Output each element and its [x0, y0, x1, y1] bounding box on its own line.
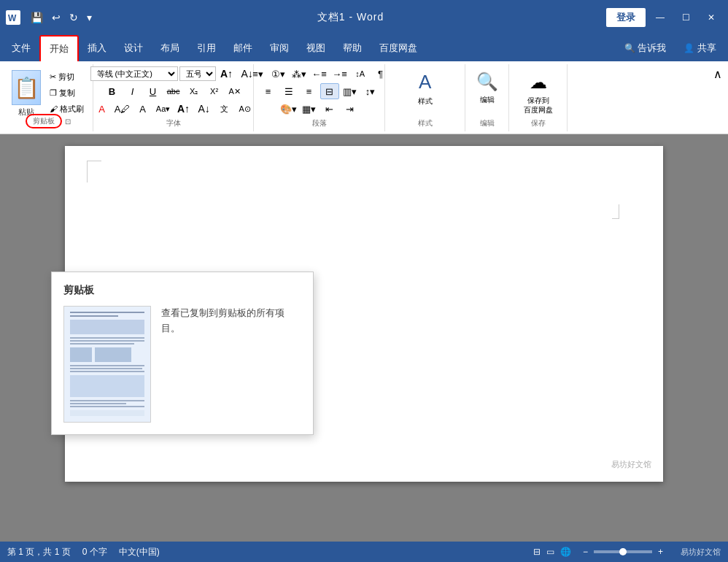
styles-group: A 样式 样式	[385, 64, 465, 131]
clipboard-expand-icon[interactable]: ⊡	[65, 118, 71, 126]
paragraph-group-label: 段落	[312, 118, 327, 128]
watermark: 易坊好文馆	[611, 459, 651, 470]
font-color-button[interactable]: A	[93, 101, 112, 117]
zoom-in-icon[interactable]: +	[658, 547, 663, 557]
watermark-brand: 易坊好文馆	[681, 547, 721, 558]
restore-button[interactable]: ☐	[675, 11, 697, 24]
paste-button[interactable]: 📋 粘贴	[9, 67, 44, 120]
close-button[interactable]: ✕	[700, 11, 722, 24]
popup-content: 查看已复制到剪贴板的所有项目。	[63, 306, 301, 423]
save-baidu-button[interactable]: ☁ 保存到百度网盘	[520, 66, 557, 120]
char-border-button[interactable]: A⊙	[236, 101, 255, 117]
numbering-button[interactable]: ①▾	[269, 66, 288, 82]
font-group: 等线 (中文正文) 五号 A↑ A↓ B I U abc X₂ X² A✕ A …	[93, 64, 254, 131]
ribbon-collapse[interactable]: ∧	[710, 64, 725, 84]
grow-font-button[interactable]: A↑	[217, 66, 236, 82]
ribbon: 📋 粘贴 ✂ 剪切 ❐ 复制 🖌 格式刷 剪贴板 ⊡ 等线 (中文正文) 五号 …	[0, 61, 728, 134]
bold-button[interactable]: B	[103, 83, 122, 99]
window-title: 文档1 - Word	[95, 11, 606, 24]
font-color2-button[interactable]: A	[133, 101, 152, 117]
font-family-select[interactable]: 等线 (中文正文)	[90, 66, 178, 81]
menu-item-insert[interactable]: 插入	[79, 35, 115, 61]
read-mode-icon[interactable]: ⊟	[533, 547, 541, 557]
decrease-indent2[interactable]: ⇤	[320, 101, 339, 117]
document-area: 易坊好文馆 剪贴板	[0, 134, 728, 542]
page-count: 第 1 页，共 1 页	[7, 546, 71, 558]
zoom-slider[interactable]	[594, 550, 652, 553]
editing-group-label: 编辑	[480, 118, 495, 128]
increase-indent-button[interactable]: →≡	[330, 66, 349, 82]
menu-item-home[interactable]: 开始	[39, 35, 79, 61]
change-case-button[interactable]: Aa▾	[154, 101, 173, 117]
menu-item-view[interactable]: 视图	[298, 35, 334, 61]
menu-item-review[interactable]: 审阅	[261, 35, 298, 61]
sort-button[interactable]: ↕A	[351, 66, 370, 82]
justify-button[interactable]: ⊟	[320, 83, 339, 99]
minimize-button[interactable]: —	[648, 11, 672, 24]
clipboard-right-buttons: ✂ 剪切 ❐ 复制 🖌 格式刷	[47, 67, 87, 116]
save-group: ☁ 保存到百度网盘 保存	[509, 64, 568, 131]
zoom-out-icon[interactable]: −	[583, 547, 588, 557]
paste-icon: 📋	[12, 70, 41, 105]
menu-item-share[interactable]: 👤 共享	[675, 35, 725, 61]
undo-button[interactable]: ↩	[49, 10, 63, 25]
title-bar-right: 登录 — ☐ ✕	[606, 8, 722, 27]
highlight-button[interactable]: A🖊	[113, 101, 132, 117]
word-icon: W	[6, 10, 20, 25]
language: 中文(中国)	[119, 546, 160, 558]
strikethrough-button[interactable]: abc	[164, 83, 183, 99]
quick-access-toolbar: 💾 ↩ ↻ ▾	[28, 10, 95, 25]
login-button[interactable]: 登录	[606, 8, 646, 27]
menu-item-mailings[interactable]: 邮件	[225, 35, 261, 61]
menu-item-layout[interactable]: 布局	[152, 35, 188, 61]
menu-item-tell-me[interactable]: 🔍 告诉我	[616, 35, 675, 61]
font-size-select[interactable]: 五号	[179, 66, 216, 81]
save-group-label: 保存	[531, 118, 546, 128]
shading-button[interactable]: 🎨▾	[279, 101, 298, 117]
increase-indent2[interactable]: ⇥	[341, 101, 360, 117]
font-size-down2[interactable]: A↓	[195, 101, 214, 117]
clipboard-label[interactable]: 剪贴板	[26, 114, 62, 128]
align-left-button[interactable]: ≡	[259, 83, 278, 99]
styles-button[interactable]: A 样式	[407, 66, 444, 111]
word-count: 0 个字	[82, 546, 107, 558]
font-size-up2[interactable]: A↑	[174, 101, 193, 117]
menu-item-references[interactable]: 引用	[188, 35, 225, 61]
save-qat-button[interactable]: 💾	[28, 10, 46, 25]
phonetic-button[interactable]: 文	[215, 101, 234, 117]
clipboard-popup: 剪贴板	[51, 272, 314, 435]
print-layout-icon[interactable]: ▭	[546, 547, 554, 557]
redo-button[interactable]: ↻	[66, 10, 81, 25]
border-button[interactable]: ▦▾	[300, 101, 319, 117]
para-row-1: ≡▾ ①▾ ⁂▾ ←≡ →≡ ↕A ¶	[249, 66, 390, 82]
align-right-button[interactable]: ≡	[300, 83, 319, 99]
paragraph-group: ≡▾ ①▾ ⁂▾ ←≡ →≡ ↕A ¶ ≡ ☰ ≡ ⊟ ▥▾ ↕▾ 🎨▾ ▦▾ …	[254, 64, 385, 131]
editing-button[interactable]: 🔍 编辑	[469, 66, 506, 111]
qat-dropdown[interactable]: ▾	[84, 10, 95, 25]
column-button[interactable]: ▥▾	[341, 83, 360, 99]
clear-format-button[interactable]: A✕	[225, 83, 244, 99]
bullets-button[interactable]: ≡▾	[249, 66, 268, 82]
menu-item-baidu[interactable]: 百度网盘	[371, 35, 426, 61]
menu-item-design[interactable]: 设计	[115, 35, 152, 61]
menu-item-file[interactable]: 文件	[3, 35, 39, 61]
styles-group-label: 样式	[418, 118, 433, 128]
clipboard-group: 📋 粘贴 ✂ 剪切 ❐ 复制 🖌 格式刷 剪贴板 ⊡	[3, 64, 93, 131]
copy-button[interactable]: ❐ 复制	[47, 86, 87, 100]
menu-item-help[interactable]: 帮助	[334, 35, 371, 61]
multilevel-button[interactable]: ⁂▾	[290, 66, 309, 82]
status-bar: 第 1 页，共 1 页 0 个字 中文(中国) ⊟ ▭ 🌐 − + 易坊好文馆	[0, 542, 728, 562]
superscript-button[interactable]: X²	[205, 83, 224, 99]
line-spacing-button[interactable]: ↕▾	[361, 83, 380, 99]
underline-button[interactable]: U	[144, 83, 163, 99]
align-center-button[interactable]: ☰	[279, 83, 298, 99]
italic-button[interactable]: I	[123, 83, 142, 99]
decrease-indent-button[interactable]: ←≡	[310, 66, 329, 82]
font-group-label: 字体	[166, 118, 181, 128]
para-row-2: ≡ ☰ ≡ ⊟ ▥▾ ↕▾	[259, 83, 380, 99]
subscript-button[interactable]: X₂	[185, 83, 204, 99]
title-bar: W 💾 ↩ ↻ ▾ 文档1 - Word 登录 — ☐ ✕	[0, 0, 728, 35]
web-view-icon[interactable]: 🌐	[560, 547, 571, 557]
cut-button[interactable]: ✂ 剪切	[47, 70, 87, 84]
editing-group: 🔍 编辑 编辑	[465, 64, 509, 131]
